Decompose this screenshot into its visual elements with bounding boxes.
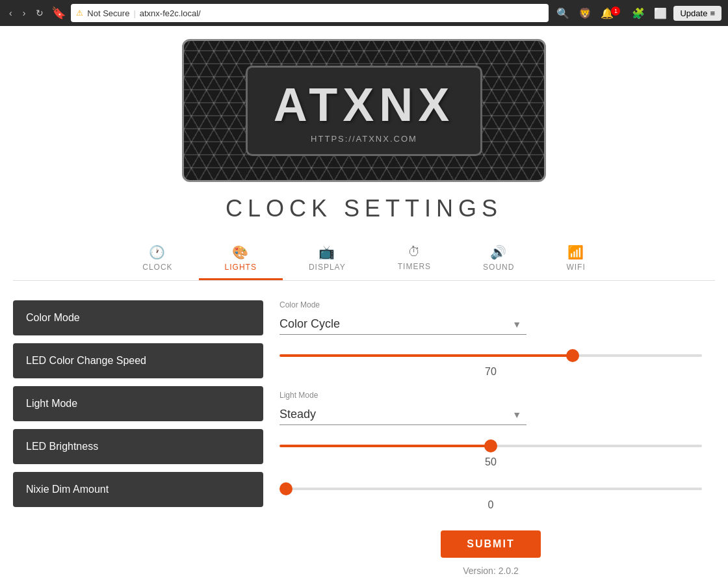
forward-button[interactable]: › (20, 5, 29, 21)
color-mode-select[interactable]: Color Cycle Single Color Rainbow (280, 313, 526, 335)
tab-display[interactable]: 📺 DISPLAY (283, 238, 372, 280)
page-content: ATXNX HTTPS://ATXNX.COM CLOCK SETTINGS 🕐… (0, 26, 728, 587)
nixie-dim-amount-slider[interactable] (280, 488, 702, 490)
logo-url: HTTPS://ATXNX.COM (274, 134, 455, 144)
update-button[interactable]: Update ≡ (673, 6, 722, 21)
clock-icon: 🕐 (149, 244, 166, 260)
tab-display-label: DISPLAY (309, 263, 346, 272)
bookmark-icon[interactable]: 🔖 (51, 6, 66, 20)
led-color-change-speed-group: 70 (280, 348, 702, 378)
tab-timers-label: TIMERS (398, 262, 431, 271)
light-mode-label: Light Mode (280, 391, 702, 400)
sidebar-item-nixie-dim-amount[interactable]: Nixie Dim Amount (13, 472, 263, 507)
address-bar[interactable]: ⚠ Not Secure | atxnx-fe2c.local/ (71, 4, 549, 22)
led-color-change-speed-slider-container (280, 348, 702, 359)
sidebar-item-light-mode[interactable]: Light Mode (13, 386, 263, 421)
tab-navigation: 🕐 CLOCK 🎨 LIGHTS 📺 DISPLAY ⏱ TIMERS 🔊 SO… (13, 238, 715, 281)
timers-icon: ⏱ (408, 244, 421, 259)
menu-icon: ≡ (710, 8, 715, 18)
wifi-icon: 📶 (567, 244, 584, 260)
submit-section: SUBMIT Version: 2.0.2 (280, 530, 702, 576)
sidebar-item-color-mode[interactable]: Color Mode (13, 300, 263, 335)
browser-actions: 🔍 🦁 🔔1 🧩 ⬜ Update ≡ (554, 5, 722, 22)
page-title: CLOCK SETTINGS (226, 195, 502, 222)
nixie-dim-amount-value: 0 (280, 499, 702, 511)
back-button[interactable]: ‹ (6, 5, 15, 21)
color-mode-select-wrapper: Color Cycle Single Color Rainbow ▼ (280, 313, 526, 335)
tab-timers[interactable]: ⏱ TIMERS (372, 238, 457, 280)
led-brightness-value: 50 (280, 456, 702, 468)
tab-lights-label: LIGHTS (225, 263, 257, 272)
lights-icon: 🎨 (232, 244, 249, 260)
search-icon[interactable]: 🔍 (554, 5, 572, 22)
notification-badge: 1 (611, 7, 620, 16)
tab-sound-label: SOUND (483, 263, 514, 272)
color-mode-group: Color Mode Color Cycle Single Color Rain… (280, 300, 702, 335)
tab-wifi[interactable]: 📶 WIFI (540, 238, 611, 280)
notification-icon[interactable]: 🔔1 (598, 5, 625, 22)
tab-lights[interactable]: 🎨 LIGHTS (199, 238, 283, 280)
url-text: atxnx-fe2c.local/ (140, 8, 201, 18)
logo-text: ATXNX (274, 78, 455, 131)
security-warning: ⚠ (76, 8, 83, 18)
submit-button[interactable]: SUBMIT (441, 530, 540, 558)
color-mode-label: Color Mode (280, 300, 702, 309)
tab-sound[interactable]: 🔊 SOUND (457, 238, 540, 280)
extensions-icon[interactable]: 🧩 (629, 5, 647, 22)
tab-clock-label: CLOCK (142, 263, 172, 272)
tab-clock[interactable]: 🕐 CLOCK (116, 238, 198, 280)
brave-icon[interactable]: 🦁 (576, 5, 594, 22)
separator: | (133, 8, 135, 18)
led-brightness-slider-container (280, 438, 702, 450)
light-mode-select-wrapper: Steady Pulse Strobe ▼ (280, 404, 526, 425)
logo-container: ATXNX HTTPS://ATXNX.COM (182, 39, 546, 182)
version-text: Version: 2.0.2 (463, 566, 519, 576)
sidebar-item-led-brightness[interactable]: LED Brightness (13, 429, 263, 464)
led-color-change-speed-value: 70 (280, 366, 702, 378)
display-icon: 📺 (318, 244, 335, 260)
tab-wifi-label: WIFI (566, 263, 585, 272)
tab-icon[interactable]: ⬜ (651, 5, 670, 22)
reload-button[interactable]: ↻ (33, 5, 46, 21)
controls-panel: Color Mode Color Cycle Single Color Rain… (266, 300, 715, 576)
nixie-dim-amount-slider-container (280, 481, 702, 493)
not-secure-text: Not Secure (87, 8, 129, 18)
main-layout: Color Mode LED Color Change Speed Light … (13, 300, 715, 576)
browser-chrome: ‹ › ↻ 🔖 ⚠ Not Secure | atxnx-fe2c.local/… (0, 0, 728, 26)
sidebar-item-led-color-change-speed[interactable]: LED Color Change Speed (13, 343, 263, 378)
nixie-dim-amount-group: 0 (280, 481, 702, 511)
sound-icon: 🔊 (490, 244, 507, 260)
logo-inner-box: ATXNX HTTPS://ATXNX.COM (246, 66, 483, 156)
led-brightness-slider[interactable] (280, 445, 702, 447)
led-brightness-group: 50 (280, 438, 702, 468)
led-color-change-speed-slider[interactable] (280, 354, 702, 357)
light-mode-select[interactable]: Steady Pulse Strobe (280, 404, 526, 425)
sidebar: Color Mode LED Color Change Speed Light … (13, 300, 266, 576)
light-mode-group: Light Mode Steady Pulse Strobe ▼ (280, 391, 702, 425)
